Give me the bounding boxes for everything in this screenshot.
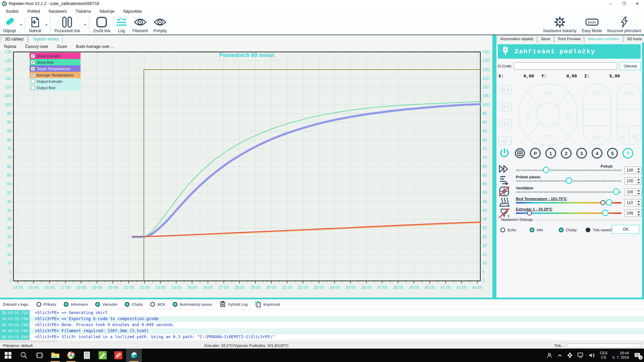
toolbar-button-nouzov-p-eru-en-[interactable]: Nouzové přerušení: [605, 15, 644, 35]
legend-checkbox[interactable]: ✓: [31, 54, 35, 58]
debug-toggle-icon[interactable]: [586, 228, 590, 232]
log-scrollbar-thumb[interactable]: [1, 341, 58, 342]
taskbar-calculator-button[interactable]: [79, 349, 95, 362]
toolbar-button-odpojit[interactable]: Odpojit: [0, 15, 19, 35]
slider-knob[interactable]: [543, 167, 549, 173]
preset-button-2[interactable]: 2: [561, 148, 572, 159]
right-tab-manu-ln-ovl-d-n-[interactable]: Manuální ovládání: [585, 36, 623, 43]
toolbar-button-filament[interactable]: Filament: [130, 15, 151, 35]
legend-row-average-temperatures[interactable]: ✓Average Temperatures: [30, 72, 80, 78]
slider-target-knob[interactable]: [527, 210, 532, 216]
toolbar-button-easy-mode[interactable]: EASYEasy Mode: [579, 15, 605, 35]
slider-spinner[interactable]: 100: [625, 177, 641, 185]
debug-toggle-icon[interactable]: [559, 228, 564, 232]
debug-option-info[interactable]: Info: [530, 228, 543, 232]
volume-icon[interactable]: [589, 353, 595, 358]
legend-row-target-temperatures[interactable]: ✓Target Temperatures: [30, 65, 80, 72]
notification-center-icon[interactable]: 3: [634, 352, 641, 358]
taskbar-taskview-button[interactable]: [32, 349, 47, 362]
log-filter-chyby[interactable]: Chyby: [125, 302, 143, 307]
log-filter-toggle-icon[interactable]: [173, 302, 177, 307]
slider-spinner[interactable]: 245: [625, 209, 641, 217]
dropbox-icon[interactable]: [567, 353, 573, 358]
home-y-button[interactable]: Y: [498, 103, 512, 112]
log-filter-automatick-posun[interactable]: Automatický posun: [173, 302, 212, 307]
tray-expand-icon[interactable]: [557, 354, 562, 357]
slider-spinner[interactable]: 100: [625, 188, 641, 196]
spinner-down-icon[interactable]: [636, 192, 641, 195]
debug-option-echo[interactable]: Echo: [500, 228, 516, 232]
spinner-down-icon[interactable]: [636, 213, 641, 217]
preset-button-5[interactable]: 5: [607, 148, 618, 159]
home-z-button[interactable]: Z: [498, 119, 512, 128]
log-filter-toggle-icon[interactable]: [37, 302, 41, 307]
spinner-down-icon[interactable]: [636, 170, 641, 174]
tab-3d-n-hled[interactable]: 3D náhled: [1, 35, 28, 43]
toolbar-button-log[interactable]: Log: [113, 15, 130, 35]
slider-spinner[interactable]: 110: [625, 199, 641, 206]
language-indicator[interactable]: CES CS: [600, 351, 607, 360]
menu-item-n-pov-da[interactable]: Nápověda: [119, 8, 146, 15]
chart-menu-build-average-over-[interactable]: Build Average over ...: [76, 44, 114, 49]
log-action-vy-istit-log[interactable]: Vyčistit Log: [220, 301, 248, 308]
legend-checkbox[interactable]: [31, 86, 35, 90]
xy-jog-pad[interactable]: [518, 83, 578, 146]
legend-row-show-bed[interactable]: ✓Show Bed: [30, 59, 80, 65]
send-gcode-button[interactable]: Odeslat: [620, 62, 641, 70]
close-button[interactable]: ✕: [631, 0, 644, 7]
motors-off-button[interactable]: [515, 148, 525, 159]
preset-button-3[interactable]: 3: [576, 148, 587, 159]
taskbar-xnview-button[interactable]: [95, 349, 110, 362]
spinner-up-icon[interactable]: [636, 178, 641, 181]
right-panel-scrollbar[interactable]: [642, 35, 644, 298]
toolbar-button-pohyby[interactable]: Pohyby: [151, 15, 169, 35]
slider-knob[interactable]: [602, 209, 609, 216]
legend-row-show-extruder[interactable]: ✓Show Extruder: [30, 53, 80, 59]
log-filter-toggle-icon[interactable]: [125, 302, 129, 307]
menu-item-pohled[interactable]: Pohled: [23, 8, 44, 15]
legend-row-output-extruder[interactable]: Output Extruder: [30, 78, 80, 84]
taskbar-explorer-button[interactable]: [47, 349, 63, 362]
menu-item-n-stroje[interactable]: Nástroje: [95, 8, 119, 15]
log-filter-toggle-icon[interactable]: [150, 302, 155, 307]
legend-checkbox[interactable]: ✓: [31, 73, 35, 77]
preset-button-p[interactable]: P: [530, 148, 541, 159]
toolbar-button-nastaven-tisk-rny[interactable]: Nastavení tiskárny: [541, 15, 579, 35]
legend-checkbox[interactable]: ✓: [31, 60, 35, 64]
slider-target-knob[interactable]: [600, 200, 605, 205]
log-filter-informace[interactable]: Informace: [64, 302, 88, 307]
minimize-button[interactable]: –: [604, 0, 617, 7]
log-filter-toggle-icon[interactable]: [64, 302, 68, 307]
help-button[interactable]: ?: [623, 148, 633, 159]
menu-item-soubor[interactable]: Soubor: [1, 8, 23, 15]
taskbar-chrome-button[interactable]: [63, 349, 79, 362]
preset-button-4[interactable]: 4: [592, 148, 602, 159]
clock[interactable]: 18:44 5. 7. 2018: [612, 351, 629, 360]
preset-button-1[interactable]: 1: [545, 148, 556, 159]
legend-row-output-bed[interactable]: Output Bed: [30, 84, 80, 91]
extruder-jog-pill[interactable]: [616, 83, 642, 146]
home-x-button[interactable]: X: [498, 85, 512, 94]
dropdown-arrow-icon[interactable]: ▾: [83, 15, 88, 35]
log-horizontal-scrollbar[interactable]: [0, 340, 644, 343]
chart-menu--asov-sek[interactable]: Časový úsek: [25, 44, 48, 49]
taskbar-search-button[interactable]: [16, 349, 32, 362]
slider-knob[interactable]: [613, 188, 620, 195]
toolbar-button-zru-it-tisk[interactable]: Zrušit tisk: [91, 15, 113, 35]
debug-toggle-icon[interactable]: [500, 228, 505, 232]
vertical-splitter[interactable]: [492, 35, 496, 298]
slider-knob[interactable]: [606, 199, 612, 206]
log-filter-varov-n-[interactable]: Varování: [95, 302, 117, 307]
taskbar-sketchup-button[interactable]: [110, 349, 126, 362]
log-action-kop-rovat[interactable]: Kopírovat: [255, 301, 280, 308]
menu-item-tisk-rna[interactable]: Tiskárna: [71, 8, 95, 15]
right-tab-sd-karta[interactable]: SD karta: [624, 36, 644, 43]
people-icon[interactable]: [546, 352, 552, 358]
debug-option-chyby[interactable]: Chyby: [559, 228, 577, 232]
spinner-up-icon[interactable]: [636, 167, 641, 170]
tab-teplotn-k-ivka[interactable]: Teplotní křivka: [29, 35, 63, 43]
right-tab-print-preview[interactable]: Print Preview: [554, 36, 584, 43]
legend-checkbox[interactable]: [31, 79, 35, 83]
gcode-input[interactable]: [514, 62, 617, 70]
taskbar-repetier-button[interactable]: [126, 349, 142, 362]
